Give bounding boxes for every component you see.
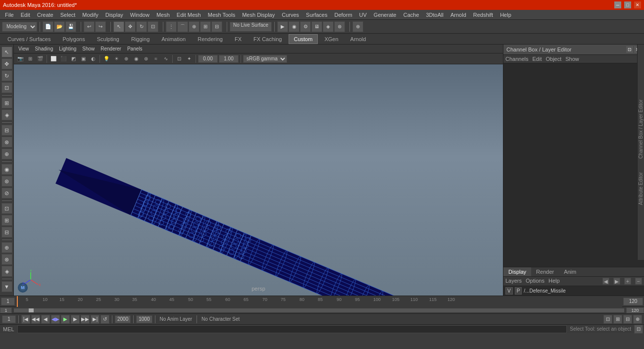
scale-tool-btn[interactable]: ⊡	[148, 21, 158, 32]
render-proxy[interactable]: ⊕	[1, 242, 12, 253]
menu-edit[interactable]: Edit	[18, 11, 33, 19]
snap-grid-btn[interactable]: ⋮	[166, 21, 177, 32]
snap-view-btn[interactable]: ⊟	[211, 21, 222, 32]
menu-generate[interactable]: Generate	[371, 11, 399, 19]
3d-canvas[interactable]	[14, 64, 503, 296]
menu-mesh[interactable]: Mesh	[153, 11, 173, 19]
vp-wireframe-solid[interactable]: ▣	[79, 54, 88, 63]
camera-rotate[interactable]: ⊘	[1, 188, 12, 199]
paint-tool[interactable]: ⊗	[1, 137, 12, 148]
menu-cache[interactable]: Cache	[400, 11, 422, 19]
tab-curves-surfaces[interactable]: Curves / Surfaces	[2, 34, 56, 44]
no-live-surface-btn[interactable]: No Live Surface	[230, 22, 272, 32]
vp-menu-shading[interactable]: Shading	[33, 46, 56, 51]
vp-exposure-input[interactable]	[198, 55, 218, 63]
transport-loop-btn[interactable]: ↺	[100, 315, 109, 324]
menu-create[interactable]: Create	[34, 11, 56, 19]
vp-light2[interactable]: ☀	[112, 54, 121, 63]
new-btn[interactable]: 📄	[43, 21, 53, 32]
menu-file[interactable]: File	[2, 11, 17, 19]
node-editor-btn[interactable]: ⊛	[334, 21, 345, 32]
transport-end-btn[interactable]: ▶|	[91, 315, 99, 324]
render-tab[interactable]: Render	[531, 267, 559, 276]
ipr-btn[interactable]: ◉	[289, 21, 299, 32]
layer-vis-prev[interactable]: ◀	[602, 278, 609, 285]
vp-menu-panels[interactable]: Panels	[125, 46, 145, 51]
layer-vis-play[interactable]: ▶	[613, 278, 620, 285]
extra-left-3[interactable]: ▼	[1, 281, 12, 292]
extra-left-2[interactable]: ◈	[1, 266, 12, 277]
transport-prev-btn[interactable]: ◀	[41, 315, 50, 324]
layer-p-cell[interactable]: P	[515, 287, 522, 295]
component-type[interactable]: ⊟	[1, 227, 12, 238]
transport-extra1[interactable]: ⊡	[603, 315, 612, 324]
channels-menu-show[interactable]: Show	[565, 56, 579, 62]
vp-select-cam[interactable]: 📷	[16, 54, 25, 63]
channels-menu-channels[interactable]: Channels	[505, 56, 528, 62]
rotate-tool-btn[interactable]: ↻	[136, 21, 147, 32]
close-button[interactable]: ✕	[634, 1, 641, 8]
vp-smooth-shade[interactable]: ◐	[89, 54, 98, 63]
transport-extra3[interactable]: ⊟	[623, 315, 632, 324]
current-frame-input[interactable]	[1, 298, 15, 305]
tab-sculpting[interactable]: Sculpting	[92, 34, 125, 44]
vp-high-quality[interactable]: ✦	[185, 54, 194, 63]
right-panel-float-btn[interactable]: ⊡	[626, 46, 633, 53]
tab-rigging[interactable]: Rigging	[126, 34, 155, 44]
tab-animation[interactable]: Animation	[156, 34, 191, 44]
options-menu[interactable]: Options	[526, 278, 545, 285]
transport-play-back-btn[interactable]: ◀▶	[51, 315, 60, 324]
layer-v-cell[interactable]: V	[505, 287, 513, 295]
tab-xgen[interactable]: XGen	[319, 34, 344, 44]
tab-rendering[interactable]: Rendering	[192, 34, 228, 44]
scale-tool[interactable]: ⊡	[1, 82, 12, 93]
menu-display[interactable]: Display	[102, 11, 126, 19]
range-thumb[interactable]	[29, 308, 34, 312]
vp-gain-input[interactable]	[219, 55, 239, 63]
vp-film-gate[interactable]: 🎬	[36, 54, 45, 63]
maximize-button[interactable]: □	[624, 1, 631, 8]
range-start-input[interactable]	[0, 307, 12, 313]
menu-help[interactable]: Help	[497, 11, 514, 19]
menu-window[interactable]: Window	[127, 11, 152, 19]
menu-curves[interactable]: Curves	[279, 11, 302, 19]
mode-dropdown[interactable]: Modeling	[2, 22, 37, 32]
menu-select[interactable]: Select	[57, 11, 79, 19]
layers-menu[interactable]: Layers	[505, 278, 522, 285]
extra-left-1[interactable]: ⊗	[1, 254, 12, 265]
tab-polygons[interactable]: Polygons	[57, 34, 90, 44]
mel-input[interactable]	[17, 325, 567, 333]
layer-add-btn[interactable]: +	[624, 278, 631, 285]
transport-next-btn[interactable]: ▶	[71, 315, 80, 324]
tab-arnold[interactable]: Arnold	[345, 34, 372, 44]
channels-menu-object[interactable]: Object	[545, 56, 561, 62]
transport-play-fwd-btn[interactable]: ▶	[61, 315, 70, 324]
transport-frame-input[interactable]	[2, 315, 16, 323]
vp-isolate[interactable]: ⊡	[175, 54, 184, 63]
save-btn[interactable]: 💾	[65, 21, 76, 32]
menu-modify[interactable]: Modify	[79, 11, 101, 19]
mel-script-editor-btn[interactable]: ⊡	[634, 325, 643, 334]
vp-menu-lighting[interactable]: Lighting	[56, 46, 79, 51]
vp-wireframe[interactable]: ⬜	[49, 54, 58, 63]
move-tool[interactable]: ✥	[1, 58, 12, 69]
transport-extra2[interactable]: ⊞	[613, 315, 622, 324]
soft-select[interactable]: ◈	[1, 109, 12, 120]
vp-gamma-dropdown[interactable]: sRGB gamma	[243, 55, 287, 63]
menu-edit-mesh[interactable]: Edit Mesh	[174, 11, 204, 19]
menu-3dtoall[interactable]: 3DtoAll	[423, 11, 446, 19]
end-frame-input[interactable]	[623, 298, 643, 305]
range-end-input[interactable]	[626, 307, 644, 313]
snap-together[interactable]: ◉	[1, 164, 12, 175]
transport-next-key-btn[interactable]: ▶▶	[81, 315, 90, 324]
vp-grid[interactable]: ⊞	[26, 54, 35, 63]
vp-aa[interactable]: ∿	[161, 54, 170, 63]
extra-btn1[interactable]: ⊕	[352, 21, 363, 32]
timeline[interactable]: 5 10 15 20 25 30 35 40 45 50 55 60 65 70…	[16, 296, 622, 307]
channels-menu-edit[interactable]: Edit	[532, 56, 542, 62]
display-tab[interactable]: Display	[503, 267, 531, 276]
tab-fx-caching[interactable]: FX Caching	[248, 34, 287, 44]
layer-delete-btn[interactable]: −	[635, 278, 642, 285]
vp-ao[interactable]: ◉	[132, 54, 141, 63]
menu-arnold[interactable]: Arnold	[447, 11, 469, 19]
